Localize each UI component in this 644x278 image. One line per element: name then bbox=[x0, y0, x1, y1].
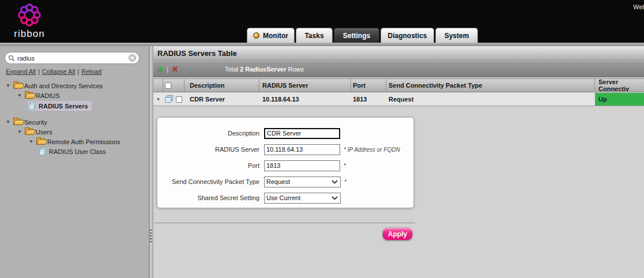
cell-port: 1813 bbox=[351, 93, 386, 106]
cell-description: CDR Server bbox=[184, 93, 259, 106]
tree-item-users[interactable]: ▼ Users bbox=[0, 127, 149, 137]
copy-row-icon[interactable] bbox=[165, 95, 174, 103]
edit-form-panel: Description RADIUS Server * IP Address o… bbox=[157, 117, 414, 208]
table-toolbar: + | ✕ Total 2 RadiusServer Rows bbox=[153, 61, 644, 77]
row-checkbox[interactable] bbox=[176, 96, 182, 103]
reload-link[interactable]: Reload bbox=[81, 68, 101, 75]
row-expander-icon[interactable]: ▼ bbox=[156, 97, 161, 102]
port-field[interactable] bbox=[264, 160, 340, 171]
folder-icon bbox=[36, 138, 45, 145]
tab-monitor[interactable]: Monitor bbox=[247, 28, 295, 43]
search-input[interactable] bbox=[15, 55, 129, 62]
field-label: RADIUS Server bbox=[157, 146, 264, 153]
tree-item-label: Security bbox=[24, 119, 47, 126]
add-row-icon[interactable]: + bbox=[157, 64, 163, 74]
apply-button[interactable]: Apply bbox=[382, 227, 413, 241]
splitter-grip-icon bbox=[150, 230, 152, 243]
field-label: Description bbox=[157, 130, 264, 137]
folder-icon bbox=[13, 119, 22, 125]
shared-secret-setting-select[interactable]: Use Current bbox=[264, 193, 341, 204]
select-all-cell bbox=[163, 79, 184, 92]
table-page-icon bbox=[29, 102, 36, 110]
select-value: Use Current bbox=[266, 194, 300, 201]
field-label: Send Connectivity Packet Type bbox=[157, 178, 264, 185]
top-bar: ribbon Wel Monitor Tasks Settings Diagno… bbox=[0, 0, 644, 43]
tree-item-remote-auth-permissions[interactable]: ▼ Remote Auth Permissions bbox=[0, 137, 149, 146]
status-badge-up: Up bbox=[595, 93, 644, 106]
form-divider bbox=[155, 223, 415, 223]
main-content: RADIUS Servers Table + | ✕ Total 2 Radiu… bbox=[153, 46, 644, 278]
tree-item-label: Remote Auth Permissions bbox=[47, 138, 120, 145]
select-value: Request bbox=[266, 178, 290, 185]
tree-item-label: RADIUS User Class bbox=[49, 148, 106, 155]
table-row[interactable]: ▼ CDR Server 10.118.64.13 1813 Request U… bbox=[153, 93, 644, 106]
link-separator: | bbox=[77, 68, 79, 75]
tree-item-radius[interactable]: ▼ RADIUS bbox=[0, 91, 149, 100]
selected-highlight: RADIUS Servers bbox=[28, 101, 92, 111]
tree-item-radius-user-class[interactable]: RADIUS User Class bbox=[0, 146, 149, 156]
search-icon bbox=[8, 55, 15, 62]
tab-tasks[interactable]: Tasks bbox=[296, 28, 333, 43]
cell-radius-server: 10.118.64.13 bbox=[259, 93, 351, 106]
column-header-radius-server[interactable]: RADIUS Server bbox=[259, 79, 351, 92]
cell-send-connectivity-packet-type: Request bbox=[386, 93, 595, 106]
select-all-checkbox[interactable] bbox=[165, 82, 171, 89]
form-row-radius-server: RADIUS Server * IP Address or FQDN bbox=[157, 144, 413, 155]
field-hint: * bbox=[344, 179, 347, 185]
field-label: Shared Secret Setting bbox=[157, 194, 264, 201]
tab-label: Monitor bbox=[263, 32, 288, 40]
page-title-bar: RADIUS Servers Table bbox=[153, 46, 644, 61]
tree-item-label: Users bbox=[36, 129, 52, 136]
tree-item-auth-and-directory-services[interactable]: ▼ Auth and Directory Services bbox=[0, 81, 149, 91]
tab-label: Diagnostics bbox=[387, 32, 427, 40]
tab-label: System bbox=[445, 32, 469, 40]
sidebar-splitter[interactable] bbox=[149, 46, 153, 278]
collapse-arrow-icon[interactable]: ▼ bbox=[5, 83, 12, 88]
collapse-arrow-icon[interactable]: ▼ bbox=[16, 93, 23, 98]
column-header-send-connectivity-packet-type[interactable]: Send Connectivity Packet Type bbox=[386, 79, 595, 92]
field-label: Port bbox=[157, 162, 264, 169]
clear-search-icon[interactable] bbox=[129, 54, 136, 62]
row-expander-cell: ▼ bbox=[153, 93, 163, 106]
tree-item-label: RADIUS Servers bbox=[39, 103, 88, 110]
collapse-arrow-icon[interactable]: ▼ bbox=[16, 129, 23, 134]
monitor-status-icon bbox=[253, 32, 259, 39]
search-box bbox=[5, 52, 140, 64]
column-header-port[interactable]: Port bbox=[351, 79, 386, 92]
tab-label: Tasks bbox=[304, 32, 323, 40]
chevron-down-icon bbox=[332, 196, 338, 200]
collapse-arrow-icon[interactable]: ▼ bbox=[28, 139, 35, 144]
ribbon-logo-icon bbox=[17, 2, 42, 28]
brand-wordmark: ribbon bbox=[9, 28, 50, 40]
tree-action-links: Expand All|Collapse All|Reload bbox=[6, 68, 101, 75]
app-window: ribbon Wel Monitor Tasks Settings Diagno… bbox=[0, 0, 644, 278]
collapse-arrow-icon[interactable]: ▼ bbox=[5, 119, 12, 125]
collapse-all-link[interactable]: Collapse All bbox=[42, 68, 75, 75]
tree-item-security[interactable]: ▼ Security bbox=[0, 117, 149, 127]
tab-diagnostics[interactable]: Diagnostics bbox=[381, 28, 434, 43]
folder-icon bbox=[25, 92, 33, 99]
tab-bar: Monitor Tasks Settings Diagnostics Syste… bbox=[247, 28, 479, 43]
tab-system[interactable]: System bbox=[435, 28, 478, 43]
nav-tree: ▼ Auth and Directory Services ▼ RADIUS R… bbox=[0, 81, 149, 156]
tab-settings[interactable]: Settings bbox=[334, 28, 379, 43]
form-row-port: Port * bbox=[157, 160, 413, 171]
description-field[interactable] bbox=[264, 128, 340, 139]
expander-header-cell bbox=[153, 79, 163, 92]
link-separator: | bbox=[38, 68, 40, 75]
column-header-server-connectivity[interactable]: Server Connectiv bbox=[595, 79, 644, 92]
sidebar: Expand All|Collapse All|Reload ▼ Auth an… bbox=[0, 46, 149, 278]
column-header-description[interactable]: Description bbox=[184, 79, 259, 92]
radius-server-field[interactable] bbox=[264, 144, 340, 155]
toolbar-separator: | bbox=[167, 65, 168, 73]
folder-icon bbox=[25, 129, 33, 135]
form-row-send-connectivity-packet-type: Send Connectivity Packet Type Request * bbox=[157, 176, 413, 187]
form-row-shared-secret-setting: Shared Secret Setting Use Current bbox=[157, 192, 413, 204]
expand-all-link[interactable]: Expand All bbox=[6, 68, 36, 75]
page-title: RADIUS Servers Table bbox=[157, 49, 237, 58]
tab-label: Settings bbox=[343, 32, 370, 40]
send-connectivity-packet-type-select[interactable]: Request bbox=[264, 176, 341, 187]
tree-item-label: RADIUS bbox=[36, 92, 60, 99]
tree-item-radius-servers[interactable]: RADIUS Servers bbox=[0, 100, 149, 111]
delete-row-icon[interactable]: ✕ bbox=[172, 65, 178, 73]
